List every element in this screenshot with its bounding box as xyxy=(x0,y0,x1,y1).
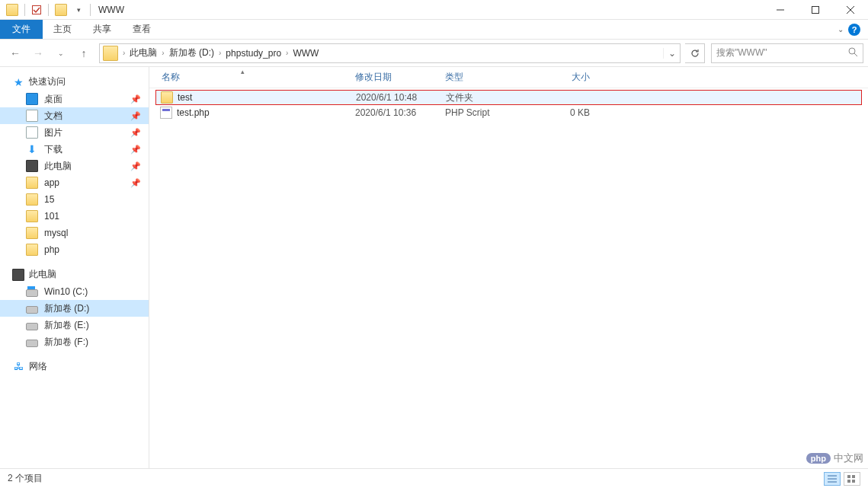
search-input[interactable]: 搜索"WWW" xyxy=(711,43,863,63)
network-icon: 🖧 xyxy=(12,361,24,373)
nav-back-button[interactable]: ← xyxy=(5,43,26,64)
column-name-label: 名称 xyxy=(162,72,180,82)
sidebar-item-label: mysql xyxy=(44,228,68,238)
sidebar-item-label: Win10 (C:) xyxy=(44,286,88,297)
chevron-right-icon[interactable]: › xyxy=(217,49,223,57)
sidebar-item-此电脑[interactable]: 此电脑📌 xyxy=(0,158,149,174)
pin-icon: 📌 xyxy=(130,178,141,188)
sidebar-item-php[interactable]: php xyxy=(0,241,149,258)
sidebar-heading-thispc[interactable]: 此电脑 xyxy=(0,266,149,283)
ribbon-right: ⌄ ? xyxy=(838,20,868,39)
sidebar-heading-label: 网络 xyxy=(29,360,47,373)
qat-dropdown[interactable]: ▾ xyxy=(72,3,85,17)
folder-icon xyxy=(26,210,38,222)
sidebar-heading-label: 快速访问 xyxy=(29,75,66,88)
svg-line-6 xyxy=(854,53,857,56)
icons-view-icon xyxy=(847,475,857,483)
tab-view[interactable]: 查看 xyxy=(122,20,162,39)
breadcrumb-item[interactable]: 此电脑 xyxy=(127,46,160,59)
sidebar-heading-quick[interactable]: ★ 快速访问 xyxy=(0,73,149,91)
tab-share[interactable]: 共享 xyxy=(82,20,122,39)
sort-indicator-icon: ▴ xyxy=(241,68,245,75)
sidebar-item-文档[interactable]: 文档📌 xyxy=(0,107,149,124)
folder-icon xyxy=(161,91,173,104)
dl-icon: ⬇ xyxy=(26,143,38,155)
column-size[interactable]: 大小 xyxy=(536,71,590,84)
sidebar-item-mysql[interactable]: mysql xyxy=(0,225,149,241)
svg-point-5 xyxy=(849,48,855,54)
checkmark-icon xyxy=(32,5,41,14)
file-row[interactable]: test2020/6/1 10:48文件夹 xyxy=(155,90,862,105)
sidebar-heading-label: 此电脑 xyxy=(29,268,56,281)
sidebar-item-label: 桌面 xyxy=(44,93,62,106)
address-bar[interactable]: › 此电脑 › 新加卷 (D:) › phpstudy_pro › WWW ⌄ xyxy=(99,43,681,63)
column-headers: 名称 ▴ 修改日期 类型 大小 xyxy=(149,67,868,88)
sidebar-item-label: app xyxy=(44,177,59,188)
view-details-button[interactable] xyxy=(824,472,841,486)
breadcrumb-item[interactable]: phpstudy_pro xyxy=(223,48,284,59)
sidebar-item-app[interactable]: app📌 xyxy=(0,174,149,191)
refresh-icon xyxy=(690,49,700,58)
chevron-right-icon[interactable]: › xyxy=(160,49,165,57)
svg-rect-11 xyxy=(852,475,855,478)
main-area: ★ 快速访问 桌面📌文档📌图片📌⬇下载📌此电脑📌app📌15101mysqlph… xyxy=(0,67,868,468)
sidebar-item-下载[interactable]: ⬇下载📌 xyxy=(0,141,149,158)
breadcrumb-item[interactable]: 新加卷 (D:) xyxy=(166,46,217,59)
file-pane: 名称 ▴ 修改日期 类型 大小 test2020/6/1 10:48文件夹tes… xyxy=(149,67,868,468)
drive-icon xyxy=(26,289,38,297)
sidebar-heading-network[interactable]: 🖧 网络 xyxy=(0,358,149,375)
sidebar-item-label: 文档 xyxy=(44,110,62,123)
address-dropdown[interactable]: ⌄ xyxy=(663,48,680,59)
sidebar-drive[interactable]: Win10 (C:) xyxy=(0,283,149,300)
column-type[interactable]: 类型 xyxy=(445,71,536,84)
pin-icon: 📌 xyxy=(130,161,141,171)
close-button[interactable] xyxy=(833,0,868,20)
doc-icon xyxy=(26,110,38,122)
drive-icon xyxy=(26,340,38,347)
sidebar-item-label: 新加卷 (F:) xyxy=(44,336,88,349)
file-type: PHP Script xyxy=(445,107,536,118)
chevron-right-icon[interactable]: › xyxy=(284,49,290,57)
sidebar-item-桌面[interactable]: 桌面📌 xyxy=(0,91,149,107)
ribbon-collapse-icon[interactable]: ⌄ xyxy=(838,25,844,33)
pin-icon: 📌 xyxy=(130,94,141,104)
sidebar-quick-access: ★ 快速访问 桌面📌文档📌图片📌⬇下载📌此电脑📌app📌15101mysqlph… xyxy=(0,73,149,258)
view-icons-button[interactable] xyxy=(844,472,860,486)
file-row[interactable]: test.php2020/6/1 10:36PHP Script0 KB xyxy=(155,105,862,120)
tab-file[interactable]: 文件 xyxy=(0,20,43,39)
details-view-icon xyxy=(828,475,837,483)
nav-recent-button[interactable]: ⌄ xyxy=(50,43,72,64)
sidebar-drive[interactable]: 新加卷 (F:) xyxy=(0,333,149,350)
nav-up-button[interactable]: ↑ xyxy=(73,43,94,64)
sidebar-network: 🖧 网络 xyxy=(0,358,149,375)
sidebar-item-label: 此电脑 xyxy=(44,160,72,173)
sidebar-thispc: 此电脑 Win10 (C:)新加卷 (D:)新加卷 (E:)新加卷 (F:) xyxy=(0,266,149,350)
pic-icon xyxy=(26,126,38,139)
app-icon xyxy=(6,4,18,16)
file-size: 0 KB xyxy=(536,107,590,118)
tab-home[interactable]: 主页 xyxy=(43,20,82,39)
sidebar-item-101[interactable]: 101 xyxy=(0,208,149,225)
sidebar-item-label: php xyxy=(44,244,59,255)
titlebar: ▾ WWW xyxy=(0,0,868,20)
sidebar-item-label: 下载 xyxy=(44,143,62,156)
file-list: test2020/6/1 10:48文件夹test.php2020/6/1 10… xyxy=(149,88,868,122)
maximize-button[interactable] xyxy=(798,0,833,20)
refresh-button[interactable] xyxy=(685,43,705,63)
sidebar-item-15[interactable]: 15 xyxy=(0,191,149,208)
nav-forward-button[interactable]: → xyxy=(27,43,49,64)
sidebar-item-图片[interactable]: 图片📌 xyxy=(0,124,149,141)
svg-rect-12 xyxy=(847,480,850,483)
help-icon[interactable]: ? xyxy=(848,24,860,36)
desktop-icon xyxy=(26,93,38,105)
column-name[interactable]: 名称 ▴ xyxy=(157,71,355,84)
breadcrumb-item[interactable]: WWW xyxy=(290,48,322,59)
qat-button[interactable] xyxy=(30,3,43,17)
file-date: 2020/6/1 10:48 xyxy=(356,92,446,103)
column-date[interactable]: 修改日期 xyxy=(355,71,445,84)
sidebar-drive[interactable]: 新加卷 (D:) xyxy=(0,300,149,317)
chevron-right-icon[interactable]: › xyxy=(121,49,127,57)
sidebar-drive[interactable]: 新加卷 (E:) xyxy=(0,317,149,333)
drive-icon xyxy=(26,306,38,314)
minimize-button[interactable] xyxy=(763,0,798,20)
